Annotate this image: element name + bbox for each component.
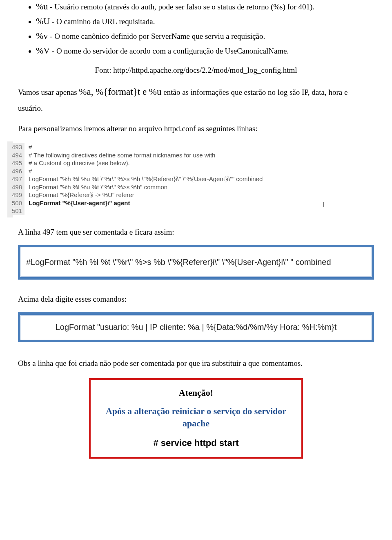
line-number: 493	[7, 143, 24, 151]
code-row: 498LogFormat "%h %l %u %t \"%r\" %>s %b"…	[13, 183, 371, 191]
line-number: 496	[7, 167, 24, 175]
code-line: #	[24, 167, 32, 175]
warning-title: Atenção!	[98, 386, 294, 399]
code-row: 496#	[13, 167, 371, 175]
code-line: LogFormat "%{User-agent}i" agent	[24, 199, 130, 207]
code-text: #LogFormat "%h %l %t \"%r\" %>s %b \"%{R…	[26, 258, 331, 267]
text: Vamos usar apenas	[18, 88, 79, 96]
code-row: 494# The following directives define som…	[13, 151, 371, 159]
warning-command: # service httpd start	[98, 437, 294, 450]
format-code: %V	[36, 45, 50, 56]
code-snippet: 493#494# The following directives define…	[7, 141, 374, 217]
code-row: 495# a CustomLog directive (see below).	[13, 159, 371, 167]
format-vars-highlight: %a, %{format}t e %u	[79, 87, 161, 97]
code-line: LogFormat "%h %l %u %t \"%r\" %>s %b" co…	[24, 183, 167, 191]
code-row: 500LogFormat "%{User-agent}i" agent	[13, 199, 371, 207]
line-number: 501	[7, 207, 24, 215]
format-code: %U	[36, 16, 50, 26]
code-line: #	[24, 143, 32, 151]
format-var-list: %u - Usuário remoto (através do auth, po…	[18, 0, 374, 57]
list-item: %V - O nome do servidor de acordo com a …	[36, 44, 374, 57]
text-cursor-icon: I	[323, 199, 325, 210]
paragraph-comment-line: A linha 497 tem que ser comentada e fica…	[18, 226, 374, 238]
paragraph-above-cmds: Acima dela digite esses comandos:	[18, 294, 374, 305]
code-row: 499LogFormat "%{Referer}i -> %U" referer	[13, 191, 371, 199]
source-citation: Font: http://httpd.apache.org/docs/2.2/m…	[18, 65, 374, 76]
line-number: 498	[7, 183, 24, 191]
format-code: %v	[36, 31, 48, 41]
list-item: %U - O caminho da URL requisitada.	[36, 15, 374, 28]
format-desc: - O nome do servidor de acordo com a con…	[50, 47, 289, 55]
list-item: %v - O nome canônico definido por Server…	[36, 29, 374, 43]
line-number: 495	[7, 159, 24, 167]
line-number: 499	[7, 191, 24, 199]
code-line: LogFormat "%{Referer}i -> %U" referer	[24, 191, 134, 199]
callout-box-commented-line: #LogFormat "%h %l %t \"%r\" %>s %b \"%{R…	[18, 245, 374, 280]
code-row: 497LogFormat "%h %l %u %t \"%r\" %>s %b …	[13, 175, 371, 183]
code-row: 501	[13, 207, 371, 215]
line-number: 497	[7, 175, 24, 183]
format-desc: - O nome canônico definido por ServerNam…	[48, 32, 265, 40]
callout-box-new-logformat: LogFormat "usuario: %u | IP cliente: %a …	[18, 312, 374, 342]
paragraph-usage: Vamos usar apenas %a, %{format}t e %u en…	[18, 83, 374, 116]
line-number: 500	[7, 199, 24, 207]
format-code: %u	[36, 1, 48, 11]
code-line: LogFormat "%h %l %u %t \"%r\" %>s %b \"%…	[24, 175, 263, 183]
list-item: %u - Usuário remoto (através do auth, po…	[36, 0, 374, 13]
format-desc: - O caminho da URL requisitada.	[50, 17, 155, 26]
code-row: 493#	[13, 143, 371, 151]
format-desc: - Usuário remoto (através do auth, pode …	[48, 2, 314, 11]
paragraph-obs: Obs a linha que foi criada não pode ser …	[18, 356, 374, 371]
code-line: # a CustomLog directive (see below).	[24, 159, 130, 167]
warning-box: Atenção! Após a alteração reiniciar o se…	[89, 378, 303, 459]
warning-text: Após a alteração reiniciar o serviço do …	[98, 405, 294, 429]
code-text: LogFormat "usuario: %u | IP cliente: %a …	[56, 323, 337, 332]
code-line: # The following directives define some f…	[24, 151, 215, 159]
line-number: 494	[7, 151, 24, 159]
paragraph-instruction: Para personalizamos iremos alterar no ar…	[18, 123, 374, 134]
